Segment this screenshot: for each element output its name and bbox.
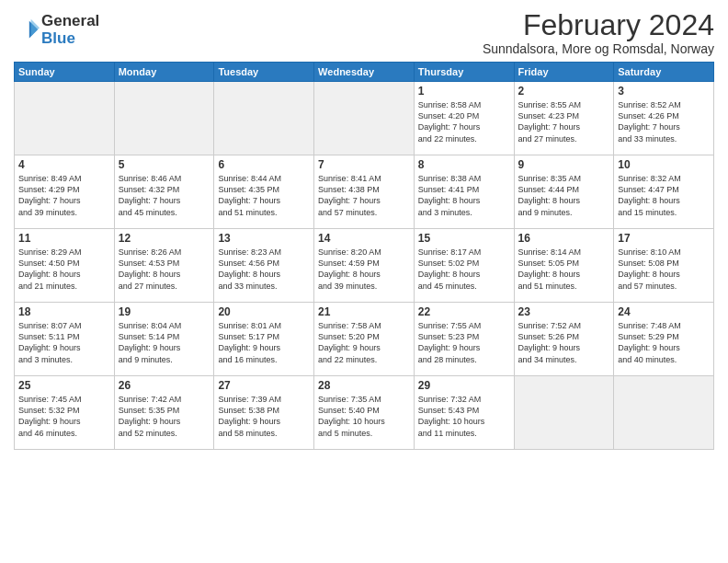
day-info: Sunrise: 7:32 AM Sunset: 5:43 PM Dayligh… [418, 394, 510, 439]
day-number: 25 [18, 379, 110, 392]
day-cell: 7Sunrise: 8:41 AM Sunset: 4:38 PM Daylig… [314, 155, 415, 229]
day-cell: 13Sunrise: 8:23 AM Sunset: 4:56 PM Dayli… [214, 229, 314, 303]
day-cell: 22Sunrise: 7:55 AM Sunset: 5:23 PM Dayli… [414, 303, 514, 376]
day-cell [15, 82, 115, 155]
day-cell: 5Sunrise: 8:46 AM Sunset: 4:32 PM Daylig… [114, 155, 214, 229]
day-cell [614, 376, 714, 450]
day-number: 15 [418, 232, 510, 245]
day-number: 10 [618, 158, 710, 171]
day-cell: 4Sunrise: 8:49 AM Sunset: 4:29 PM Daylig… [15, 155, 115, 229]
day-number: 6 [218, 158, 310, 171]
header-cell-monday: Monday [114, 63, 214, 82]
header-cell-wednesday: Wednesday [314, 63, 415, 82]
day-cell: 10Sunrise: 8:32 AM Sunset: 4:47 PM Dayli… [614, 155, 714, 229]
day-info: Sunrise: 8:46 AM Sunset: 4:32 PM Dayligh… [119, 173, 210, 218]
day-number: 14 [318, 232, 410, 245]
day-info: Sunrise: 8:41 AM Sunset: 4:38 PM Dayligh… [318, 173, 410, 218]
day-cell: 1Sunrise: 8:58 AM Sunset: 4:20 PM Daylig… [414, 82, 514, 155]
day-info: Sunrise: 7:48 AM Sunset: 5:29 PM Dayligh… [618, 320, 710, 365]
header-cell-friday: Friday [514, 63, 614, 82]
day-info: Sunrise: 8:07 AM Sunset: 5:11 PM Dayligh… [18, 320, 110, 365]
week-row-3: 18Sunrise: 8:07 AM Sunset: 5:11 PM Dayli… [15, 303, 714, 376]
svg-marker-1 [31, 19, 40, 37]
day-info: Sunrise: 7:52 AM Sunset: 5:26 PM Dayligh… [518, 320, 610, 365]
day-cell: 17Sunrise: 8:10 AM Sunset: 5:08 PM Dayli… [614, 229, 714, 303]
day-info: Sunrise: 8:49 AM Sunset: 4:29 PM Dayligh… [18, 173, 110, 218]
day-cell [114, 82, 214, 155]
day-cell [314, 82, 415, 155]
day-cell: 23Sunrise: 7:52 AM Sunset: 5:26 PM Dayli… [514, 303, 614, 376]
day-cell: 15Sunrise: 8:17 AM Sunset: 5:02 PM Dayli… [414, 229, 514, 303]
day-cell: 14Sunrise: 8:20 AM Sunset: 4:59 PM Dayli… [314, 229, 415, 303]
day-number: 22 [418, 305, 510, 318]
day-number: 1 [418, 85, 510, 98]
day-number: 20 [218, 305, 310, 318]
day-cell: 27Sunrise: 7:39 AM Sunset: 5:38 PM Dayli… [214, 376, 314, 450]
day-cell: 12Sunrise: 8:26 AM Sunset: 4:53 PM Dayli… [114, 229, 214, 303]
logo-blue: Blue [41, 30, 99, 48]
header: General Blue February 2024 Sunndalsora, … [14, 9, 714, 56]
day-info: Sunrise: 7:58 AM Sunset: 5:20 PM Dayligh… [318, 320, 410, 365]
day-info: Sunrise: 8:52 AM Sunset: 4:26 PM Dayligh… [618, 99, 710, 144]
day-cell: 11Sunrise: 8:29 AM Sunset: 4:50 PM Dayli… [15, 229, 115, 303]
day-cell: 16Sunrise: 8:14 AM Sunset: 5:05 PM Dayli… [514, 229, 614, 303]
day-info: Sunrise: 8:44 AM Sunset: 4:35 PM Dayligh… [218, 173, 310, 218]
logo: General Blue [14, 13, 99, 47]
day-info: Sunrise: 8:20 AM Sunset: 4:59 PM Dayligh… [318, 247, 410, 292]
week-row-2: 11Sunrise: 8:29 AM Sunset: 4:50 PM Dayli… [15, 229, 714, 303]
day-number: 24 [618, 305, 710, 318]
day-number: 4 [18, 158, 110, 171]
month-title: February 2024 [483, 9, 714, 41]
day-number: 16 [518, 232, 610, 245]
page: General Blue February 2024 Sunndalsora, … [0, 0, 728, 563]
day-number: 21 [318, 305, 410, 318]
location-title: Sunndalsora, More og Romsdal, Norway [483, 41, 714, 56]
day-cell [514, 376, 614, 450]
day-cell: 26Sunrise: 7:42 AM Sunset: 5:35 PM Dayli… [114, 376, 214, 450]
day-info: Sunrise: 7:39 AM Sunset: 5:38 PM Dayligh… [218, 394, 310, 439]
day-cell: 9Sunrise: 8:35 AM Sunset: 4:44 PM Daylig… [514, 155, 614, 229]
day-cell: 8Sunrise: 8:38 AM Sunset: 4:41 PM Daylig… [414, 155, 514, 229]
day-cell: 28Sunrise: 7:35 AM Sunset: 5:40 PM Dayli… [314, 376, 415, 450]
day-number: 11 [18, 232, 110, 245]
day-info: Sunrise: 8:01 AM Sunset: 5:17 PM Dayligh… [218, 320, 310, 365]
day-info: Sunrise: 8:29 AM Sunset: 4:50 PM Dayligh… [18, 247, 110, 292]
day-cell: 21Sunrise: 7:58 AM Sunset: 5:20 PM Dayli… [314, 303, 415, 376]
day-number: 17 [618, 232, 710, 245]
day-number: 26 [119, 379, 210, 392]
day-number: 27 [218, 379, 310, 392]
day-number: 19 [119, 305, 210, 318]
day-number: 5 [119, 158, 210, 171]
header-cell-sunday: Sunday [15, 63, 115, 82]
day-info: Sunrise: 8:26 AM Sunset: 4:53 PM Dayligh… [119, 247, 210, 292]
day-number: 7 [318, 158, 410, 171]
day-info: Sunrise: 7:55 AM Sunset: 5:23 PM Dayligh… [418, 320, 510, 365]
day-cell: 3Sunrise: 8:52 AM Sunset: 4:26 PM Daylig… [614, 82, 714, 155]
title-section: February 2024 Sunndalsora, More og Romsd… [483, 9, 714, 56]
day-number: 2 [518, 85, 610, 98]
day-info: Sunrise: 8:17 AM Sunset: 5:02 PM Dayligh… [418, 247, 510, 292]
day-info: Sunrise: 8:58 AM Sunset: 4:20 PM Dayligh… [418, 99, 510, 144]
day-cell: 2Sunrise: 8:55 AM Sunset: 4:23 PM Daylig… [514, 82, 614, 155]
day-cell: 19Sunrise: 8:04 AM Sunset: 5:14 PM Dayli… [114, 303, 214, 376]
day-info: Sunrise: 8:32 AM Sunset: 4:47 PM Dayligh… [618, 173, 710, 218]
day-info: Sunrise: 8:23 AM Sunset: 4:56 PM Dayligh… [218, 247, 310, 292]
calendar-table: SundayMondayTuesdayWednesdayThursdayFrid… [14, 62, 714, 450]
logo-icon [14, 17, 40, 43]
day-number: 12 [119, 232, 210, 245]
week-row-0: 1Sunrise: 8:58 AM Sunset: 4:20 PM Daylig… [15, 82, 714, 155]
logo-text: General Blue [41, 13, 99, 47]
day-number: 13 [218, 232, 310, 245]
day-info: Sunrise: 8:35 AM Sunset: 4:44 PM Dayligh… [518, 173, 610, 218]
day-cell: 20Sunrise: 8:01 AM Sunset: 5:17 PM Dayli… [214, 303, 314, 376]
day-info: Sunrise: 7:35 AM Sunset: 5:40 PM Dayligh… [318, 394, 410, 439]
day-number: 28 [318, 379, 410, 392]
day-number: 29 [418, 379, 510, 392]
day-info: Sunrise: 8:10 AM Sunset: 5:08 PM Dayligh… [618, 247, 710, 292]
day-number: 23 [518, 305, 610, 318]
day-info: Sunrise: 8:14 AM Sunset: 5:05 PM Dayligh… [518, 247, 610, 292]
header-row: SundayMondayTuesdayWednesdayThursdayFrid… [15, 63, 714, 82]
day-info: Sunrise: 8:55 AM Sunset: 4:23 PM Dayligh… [518, 99, 610, 144]
header-cell-thursday: Thursday [414, 63, 514, 82]
day-info: Sunrise: 8:38 AM Sunset: 4:41 PM Dayligh… [418, 173, 510, 218]
